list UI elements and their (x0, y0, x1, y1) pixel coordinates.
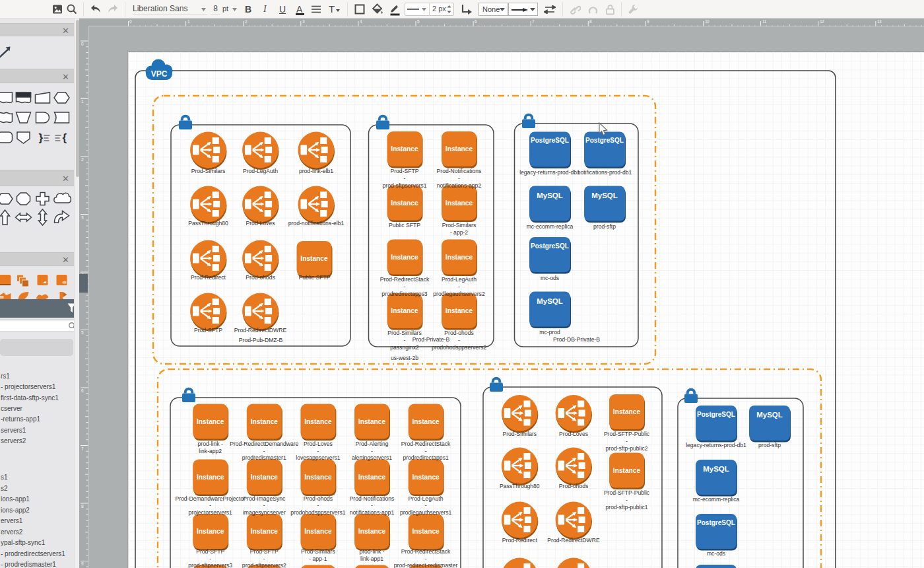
svg-text:Prod-Loves: Prod-Loves (559, 431, 588, 437)
svg-text:prod-link-elb1: prod-link-elb1 (299, 168, 333, 174)
svg-text:Prod-LegAuth: Prod-LegAuth (243, 168, 278, 174)
svg-text:-: - (404, 283, 406, 290)
svg-text:Prod-Redirect: Prod-Redirect (502, 537, 538, 544)
svg-text:prodohodsppservers1: prodohodsppservers1 (290, 509, 345, 516)
svg-text:Prod-Similars: Prod-Similars (301, 548, 335, 555)
svg-text:- app-2: - app-2 (450, 229, 468, 236)
svg-text:Prod-Similars: Prod-Similars (442, 222, 477, 229)
svg-text:imagesyncserver: imagesyncserver (243, 509, 286, 516)
svg-text:projectorservers1: projectorservers1 (189, 509, 233, 516)
svg-text:mc-ods: mc-ods (541, 275, 559, 281)
svg-text:prod-sftp: prod-sftp (593, 223, 616, 230)
svg-text:prodredirectapps1: prodredirectapps1 (403, 454, 448, 461)
svg-text:notifications-app2: notifications-app2 (437, 182, 482, 189)
svg-text:-: - (263, 555, 265, 562)
svg-text:-: - (425, 555, 427, 562)
svg-text:passnginx2: passnginx2 (390, 344, 419, 351)
svg-text:Prod-ImageSync: Prod-ImageSync (243, 495, 286, 502)
svg-text:Prod-Redirect: Prod-Redirect (191, 274, 226, 281)
svg-text:PassThrough80: PassThrough80 (500, 483, 540, 489)
svg-text:Prod-DemandwareProjector: Prod-DemandwareProjector (175, 495, 246, 502)
svg-text:Prod-RedirectStack: Prod-RedirectStack (401, 441, 451, 447)
svg-text:prod-notifications-elb1: prod-notifications-elb1 (288, 220, 345, 227)
svg-text:VPC: VPC (151, 69, 168, 79)
svg-text:notifications-app1: notifications-app1 (350, 509, 395, 516)
svg-text:- app-1: - app-1 (309, 555, 327, 562)
svg-text:Prod-SFTP: Prod-SFTP (250, 548, 279, 555)
svg-text:-: - (371, 448, 373, 454)
svg-text:-: - (425, 502, 427, 509)
svg-text:-: - (458, 283, 460, 290)
svg-text:Prod-SFTP: Prod-SFTP (194, 327, 222, 334)
svg-text:Prod-Pub-DMZ-B: Prod-Pub-DMZ-B (239, 337, 283, 343)
svg-text:mc-prod: mc-prod (539, 329, 560, 336)
svg-text:mc-ods: mc-ods (707, 550, 725, 557)
svg-text:mc-ecomm-replica: mc-ecomm-replica (527, 223, 574, 230)
svg-text:-: - (209, 502, 211, 509)
svg-text:Prod-Similars: Prod-Similars (191, 168, 226, 174)
svg-text:-: - (626, 438, 628, 444)
svg-text:prod-sftpservers1: prod-sftpservers1 (383, 182, 427, 189)
svg-text:prodohodsppservers2: prodohodsppservers2 (432, 344, 486, 351)
svg-text:-: - (317, 502, 319, 509)
svg-text:prodlegauthservers1: prodlegauthservers1 (400, 509, 452, 516)
svg-text:alertingservers1: alertingservers1 (352, 454, 392, 461)
svg-text:Prod-LegAuth: Prod-LegAuth (442, 276, 477, 283)
svg-text:prod-link -: prod-link - (359, 548, 384, 555)
svg-text:mc-ecomm-replica: mc-ecomm-replica (693, 496, 740, 503)
svg-text:-: - (626, 497, 628, 503)
svg-text:Prod-RedirectDWRE: Prod-RedirectDWRE (547, 537, 600, 544)
svg-text:Prod-LegAuth: Prod-LegAuth (409, 495, 444, 502)
svg-text:Prod-RedirectDWRE: Prod-RedirectDWRE (234, 327, 287, 334)
svg-text:-: - (458, 337, 460, 343)
svg-text:prodredirectapps3: prodredirectapps3 (381, 291, 427, 297)
svg-text:Prod-Notifications: Prod-Notifications (350, 495, 395, 502)
svg-text:Public SFTP: Public SFTP (389, 222, 420, 229)
svg-text:-: - (404, 175, 406, 182)
svg-text:PassThrough80: PassThrough80 (188, 220, 228, 227)
svg-text:-: - (263, 502, 265, 509)
svg-text:notifications-prod-db1: notifications-prod-db1 (578, 169, 632, 176)
svg-text:Prod-Similars: Prod-Similars (503, 431, 537, 437)
svg-text:Prod-SFTP: Prod-SFTP (196, 548, 224, 555)
svg-text:Prod-SFTP-Public: Prod-SFTP-Public (604, 489, 650, 496)
svg-text:prodlegauthservers2: prodlegauthservers2 (433, 291, 485, 297)
svg-text:Prod-RedirectDemandware: Prod-RedirectDemandware (230, 441, 298, 447)
svg-text:-: - (317, 448, 319, 454)
svg-text:legacy-returns-prod-db1: legacy-returns-prod-db1 (686, 442, 746, 448)
svg-text:Prod-RedirectStack: Prod-RedirectStack (401, 548, 451, 555)
svg-text:prodredismaster1: prodredismaster1 (242, 454, 286, 461)
svg-text:Prod-Alerting: Prod-Alerting (355, 441, 388, 447)
svg-text:prod-sftp: prod-sftp (758, 442, 781, 448)
svg-text:prod-link -: prod-link - (198, 441, 223, 447)
svg-text:prod-sftp-public2: prod-sftp-public2 (605, 445, 647, 452)
svg-text:legacy-returns-prod-db1: legacy-returns-prod-db1 (519, 169, 580, 176)
svg-text:Prod-SFTP-Public: Prod-SFTP-Public (604, 431, 650, 437)
svg-text:prod-redirect-redismaster: prod-redirect-redismaster (394, 562, 458, 568)
svg-text:prod-sftpservers3: prod-sftpservers3 (188, 562, 232, 568)
svg-text:{: { (63, 131, 67, 144)
svg-text:prod-sftpservers2: prod-sftpservers2 (242, 562, 286, 568)
svg-text:-: - (371, 502, 373, 509)
svg-text:prod-sftp-public1: prod-sftp-public1 (605, 504, 647, 511)
svg-text:Prod-RedirectStack: Prod-RedirectStack (380, 276, 430, 283)
svg-text:}: } (39, 131, 44, 144)
svg-text:Prod-SFTP: Prod-SFTP (391, 168, 419, 174)
svg-text:Prod-DB-Private-B: Prod-DB-Private-B (553, 336, 600, 343)
svg-text:Prod-ohods: Prod-ohods (444, 330, 473, 336)
svg-text:link-app2: link-app2 (199, 448, 222, 454)
svg-text:-: - (209, 555, 211, 562)
svg-text:Prod-Loves: Prod-Loves (246, 220, 275, 227)
svg-text:link-app1: link-app1 (360, 555, 383, 562)
svg-text:Prod-ohods: Prod-ohods (559, 483, 588, 489)
svg-text:us-west-2b: us-west-2b (391, 355, 418, 361)
svg-text:Prod-Similars: Prod-Similars (387, 330, 422, 336)
svg-text:lovesappservers1: lovesappservers1 (296, 454, 341, 461)
svg-text:Prod-ohods: Prod-ohods (246, 274, 275, 281)
svg-text:Prod-Notifications: Prod-Notifications (437, 168, 482, 174)
svg-text:-: - (425, 448, 427, 454)
svg-text:Public SFTP: Public SFTP (299, 274, 331, 281)
svg-text:Prod-Loves: Prod-Loves (304, 441, 333, 447)
svg-text:-: - (458, 175, 460, 182)
svg-text:-: - (263, 448, 265, 454)
